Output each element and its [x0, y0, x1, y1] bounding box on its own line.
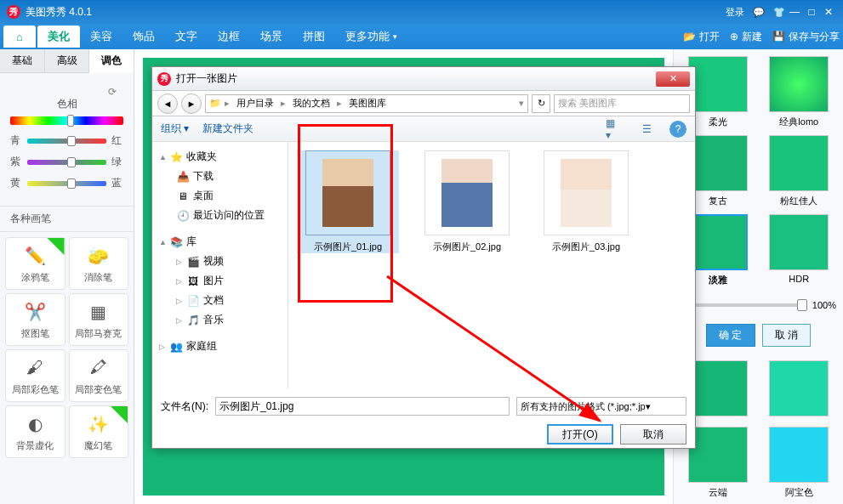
- tab-decor[interactable]: 饰品: [122, 25, 165, 48]
- app-logo: 秀: [7, 5, 20, 19]
- tab-text[interactable]: 文字: [165, 25, 208, 48]
- breadcrumb[interactable]: 📁 ▸ 用户目录 ▸ 我的文档 ▸ 美图图库 ▾: [205, 94, 528, 113]
- menubar: ⌂ 美化 美容 饰品 文字 边框 场景 拼图 更多功能▾ 📂打开 ⊕新建 💾保存…: [0, 24, 843, 49]
- cancel-button[interactable]: 取 消: [762, 324, 811, 347]
- filename-label: 文件名(N):: [161, 399, 208, 414]
- brush-grid: ✏️涂鸦笔 🧽消除笔 ✂️抠图笔 ▦局部马赛克 🖌局部彩色笔 🖍局部变色笔 ◐背…: [0, 232, 134, 463]
- tree-homegroup[interactable]: ▷👥家庭组: [157, 337, 282, 356]
- effect-hdr[interactable]: HDR: [762, 214, 837, 286]
- tree-desktop[interactable]: 🖥桌面: [157, 186, 282, 206]
- tab-frame[interactable]: 边框: [208, 25, 250, 48]
- brush-blur[interactable]: ◐背景虚化: [5, 405, 66, 458]
- cancel-file-button[interactable]: 取消: [620, 424, 686, 445]
- tree-downloads[interactable]: 📥下载: [157, 167, 282, 186]
- brush-recolor[interactable]: 🖍局部变色笔: [69, 349, 129, 402]
- slider-purple-green[interactable]: 紫 绿: [10, 155, 123, 169]
- close-button[interactable]: ✕: [821, 4, 836, 20]
- subtab-color[interactable]: 调色: [89, 49, 134, 73]
- tab-cosmetic[interactable]: 美容: [80, 25, 122, 48]
- home-button[interactable]: ⌂: [3, 25, 36, 48]
- subtab-basic[interactable]: 基础: [0, 49, 45, 72]
- file-item[interactable]: 示例图片_03.jpg: [535, 150, 637, 253]
- tab-scene[interactable]: 场景: [250, 25, 293, 48]
- tree-documents[interactable]: ▷📄文档: [157, 291, 282, 310]
- open-button[interactable]: 📂打开: [683, 30, 720, 44]
- nav-back-button[interactable]: ◄: [157, 93, 178, 114]
- tree-favorites[interactable]: ▲⭐收藏夹: [157, 147, 282, 167]
- upgrade-badge: [48, 238, 65, 255]
- brush-color[interactable]: 🖌局部彩色笔: [5, 349, 66, 402]
- breadcrumb-item[interactable]: 用户目录: [233, 97, 277, 110]
- brush-mosaic[interactable]: ▦局部马赛克: [69, 293, 129, 346]
- homegroup-icon: 👥: [169, 341, 183, 353]
- color-section: ⟳ 色相 青 红 紫 绿 黄 蓝: [0, 73, 134, 207]
- save-share-button[interactable]: 💾保存与分享: [772, 30, 840, 44]
- brush-section-title: 各种画笔: [0, 207, 134, 232]
- breadcrumb-item[interactable]: 美图图库: [345, 97, 390, 110]
- hue-slider[interactable]: [10, 116, 123, 125]
- nav-forward-button[interactable]: ►: [181, 93, 202, 114]
- view-thumb-button[interactable]: ▦ ▾: [605, 121, 624, 138]
- download-icon: 📥: [176, 171, 190, 183]
- reset-icon[interactable]: ⟳: [108, 86, 117, 98]
- dialog-titlebar: 秀 打开一张图片 ✕: [152, 67, 695, 91]
- music-icon: 🎵: [186, 314, 200, 326]
- tree-music[interactable]: ▷🎵音乐: [157, 310, 282, 330]
- newfolder-button[interactable]: 新建文件夹: [202, 122, 253, 136]
- picture-icon: 🖼: [186, 275, 200, 287]
- minimize-button[interactable]: —: [787, 4, 802, 20]
- left-panel: 基础 高级 调色 ⟳ 色相 青 红 紫 绿 黄 蓝 各种画笔: [0, 49, 134, 504]
- file-listing: 示例图片_01.jpg 示例图片_02.jpg 示例图片_03.jpg: [288, 142, 695, 388]
- dialog-navbar: ◄ ► 📁 ▸ 用户目录 ▸ 我的文档 ▸ 美图图库 ▾ ↻ 搜索 美图图库: [152, 91, 695, 116]
- brush-erase[interactable]: 🧽消除笔: [69, 237, 129, 290]
- eraser-icon: 🧽: [87, 244, 111, 268]
- file-item[interactable]: 示例图片_01.jpg: [297, 150, 399, 253]
- crayon-icon: 🖍: [87, 356, 111, 380]
- folder-icon: 📁: [209, 98, 221, 109]
- effect-pink[interactable]: 粉红佳人: [762, 135, 837, 207]
- brush-cutout[interactable]: ✂️抠图笔: [5, 293, 66, 346]
- new-badge: [111, 406, 128, 423]
- recent-icon: 🕘: [176, 210, 190, 222]
- slider-cyan-red[interactable]: 青 红: [10, 133, 123, 148]
- filetype-select[interactable]: 所有支持的图片格式 (*.jpg;*.jp ▾: [516, 397, 686, 416]
- dialog-toolbar: 组织 ▾ 新建文件夹 ▦ ▾ ☰ ?: [152, 116, 695, 142]
- subtab-advanced[interactable]: 高级: [45, 49, 90, 72]
- effect-extra2[interactable]: [762, 360, 837, 420]
- search-input[interactable]: 搜索 美图图库: [554, 94, 690, 113]
- intensity-slider[interactable]: 100%: [681, 293, 836, 317]
- tab-beautify[interactable]: 美化: [37, 25, 80, 48]
- file-item[interactable]: 示例图片_02.jpg: [416, 150, 518, 253]
- effect-lomo[interactable]: 经典lomo: [762, 56, 837, 128]
- tree-pictures[interactable]: ▷🖼图片: [157, 271, 282, 291]
- effect-grid: 柔光 经典lomo 复古 粉红佳人 淡雅 HDR: [681, 56, 836, 286]
- dialog-close-button[interactable]: ✕: [656, 71, 690, 87]
- breadcrumb-item[interactable]: 我的文档: [289, 97, 333, 110]
- view-list-button[interactable]: ☰: [637, 121, 656, 138]
- brush-magic[interactable]: ✨魔幻笔: [69, 405, 129, 458]
- help-button[interactable]: ?: [669, 121, 686, 138]
- chevron-down-icon[interactable]: ▾: [519, 98, 524, 109]
- tab-collage[interactable]: 拼图: [293, 25, 335, 48]
- refresh-button[interactable]: ↻: [532, 94, 550, 113]
- skin-icon[interactable]: 👕: [773, 7, 785, 18]
- login-link[interactable]: 登录: [726, 6, 744, 19]
- ok-button[interactable]: 确 定: [706, 324, 755, 347]
- new-button[interactable]: ⊕新建: [730, 30, 762, 44]
- right-buttons: 确 定 取 消: [681, 317, 836, 354]
- maximize-button[interactable]: □: [804, 4, 819, 20]
- slider-yellow-blue[interactable]: 黄 蓝: [10, 176, 123, 190]
- feedback-icon[interactable]: 💬: [753, 7, 765, 18]
- tree-library[interactable]: ▲📚库: [157, 232, 282, 252]
- save-icon: 💾: [772, 31, 785, 42]
- filename-input[interactable]: [215, 397, 510, 416]
- tree-videos[interactable]: ▷🎬视频: [157, 252, 282, 271]
- effect-abao[interactable]: 阿宝色: [762, 427, 837, 499]
- open-file-button[interactable]: 打开(O): [547, 424, 613, 445]
- tab-more[interactable]: 更多功能▾: [335, 25, 407, 48]
- scissors-icon: ✂️: [23, 300, 47, 324]
- tree-recent[interactable]: 🕘最近访问的位置: [157, 206, 282, 225]
- brush-doodle[interactable]: ✏️涂鸦笔: [5, 237, 66, 290]
- left-subtabs: 基础 高级 调色: [0, 49, 134, 73]
- organize-button[interactable]: 组织 ▾: [161, 122, 189, 136]
